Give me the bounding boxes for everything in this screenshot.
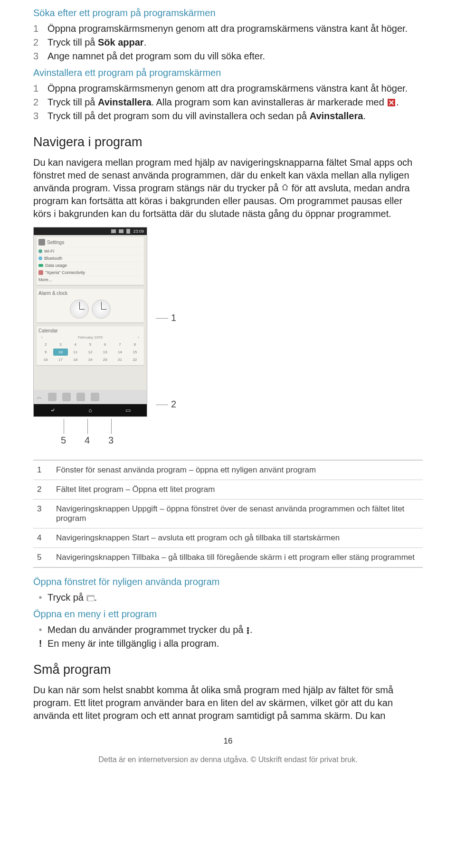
step-item: 2 Tryck till på Avinstallera. Alla progr…	[33, 96, 423, 109]
bold-text: Avinstallera	[310, 111, 363, 121]
step-item: 1 Öppna programskärmsmenyn genom att dra…	[33, 82, 423, 95]
step-text: Öppna programskärmsmenyn genom att dra p…	[48, 82, 423, 95]
step-number: 3	[33, 110, 48, 123]
step-text: Tryck till på Avinstallera. Alla program…	[48, 96, 423, 109]
mini-app-icon	[76, 393, 85, 401]
list-item: "Xperia" Connectivity	[38, 269, 142, 276]
analog-clock-icon	[70, 300, 89, 319]
recent-nav-icon: ▭	[124, 407, 131, 414]
mini-app-icon	[91, 393, 99, 401]
uninstall-x-icon	[388, 99, 395, 106]
status-time: 23:09	[133, 229, 144, 234]
table-row: 3Navigeringsknappen Uppgift – öppna föns…	[33, 500, 423, 528]
list-item: ! En meny är inte tillgänglig i alla pro…	[33, 637, 423, 650]
calendar-month: February 1970	[78, 335, 103, 340]
page-number: 16	[33, 736, 423, 746]
heading-small-apps: Små program	[33, 662, 423, 677]
xperia-dot-icon	[38, 270, 43, 275]
step-number: 1	[33, 82, 48, 95]
back-nav-icon: ⤶	[49, 407, 56, 414]
tools-icon	[38, 239, 45, 245]
list-item: • Medan du använder programmet trycker d…	[33, 623, 423, 636]
mini-app-icon	[62, 393, 71, 401]
wifi-dot-icon	[38, 249, 42, 253]
wifi-icon	[119, 229, 124, 233]
bullet-list: • Tryck på .	[33, 591, 423, 604]
section-title-open-menu: Öppna en meny i ett program	[33, 609, 423, 620]
list-item: Wi-Fi	[38, 247, 142, 255]
heading-navigate: Navigera i program	[33, 135, 423, 150]
step-number: 3	[33, 50, 48, 63]
phone-frame: 23:09 Settings Wi-Fi Bluetooth Data usag…	[33, 227, 147, 417]
bold-text: Avinstallera	[98, 97, 152, 107]
status-bar: 23:09	[34, 227, 147, 235]
list-item: Data usage	[38, 262, 142, 269]
list-item: More…	[38, 276, 142, 283]
bullet-icon: •	[33, 591, 48, 604]
footer-text: Detta är en internetversion av denna utg…	[33, 755, 423, 764]
step-text: Tryck till på det program som du vill av…	[48, 110, 423, 123]
step-number: 1	[33, 22, 48, 35]
list-item: • Tryck på .	[33, 591, 423, 604]
widget-title: Alarm & clock	[38, 291, 67, 296]
document-page: Söka efter ett program på programskärmen…	[0, 0, 456, 783]
home-nav-icon: ⌂	[87, 407, 94, 414]
recent-apps-icon	[87, 596, 95, 601]
calendar-widget: Calendar ‹February 1970› 2345678 9101112…	[37, 326, 144, 365]
bold-text: Sök appar	[98, 37, 144, 47]
table-row: 4Navigeringsknappen Start – avsluta ett …	[33, 528, 423, 548]
bullet-list: • Medan du använder programmet trycker d…	[33, 623, 423, 650]
table-row: 1Fönster för senast använda program – öp…	[33, 460, 423, 480]
phone-screenshot: 23:09 Settings Wi-Fi Bluetooth Data usag…	[33, 227, 228, 450]
callout-label: 1	[156, 312, 176, 323]
settings-widget: Settings Wi-Fi Bluetooth Data usage "Xpe…	[37, 237, 144, 285]
step-item: 3 Ange namnet på det program som du vill…	[33, 50, 423, 63]
home-icon	[281, 181, 289, 194]
analog-clock-icon	[92, 300, 111, 319]
bt-dot-icon	[38, 256, 42, 260]
overflow-menu-icon	[247, 627, 249, 634]
alert-icon: !	[33, 637, 48, 650]
widget-title: Settings	[47, 240, 64, 245]
bullet-icon: •	[33, 623, 48, 636]
table-row: 2Fältet litet program – Öppna ett litet …	[33, 480, 423, 500]
step-item: 2 Tryck till på Sök appar.	[33, 36, 423, 49]
list-item: Bluetooth	[38, 255, 142, 262]
step-number: 2	[33, 36, 48, 49]
step-item: 3 Tryck till på det program som du vill …	[33, 110, 423, 123]
battery-icon	[126, 229, 130, 234]
legend-table: 1Fönster för senast använda program – öp…	[33, 460, 423, 568]
nav-bar: ⤶ ⌂ ▭	[34, 404, 147, 416]
steps-search: 1 Öppna programskärmsmenyn genom att dra…	[33, 22, 423, 63]
widget-title: Calendar	[38, 328, 58, 333]
callout-label: 5	[61, 435, 66, 446]
table-row: 5Navigeringsknappen Tillbaka – gå tillba…	[33, 548, 423, 568]
callout-label: 2	[156, 399, 176, 410]
paragraph-small-apps: Du kan när som helst snabbt komma åt oli…	[33, 684, 423, 722]
step-text: Öppna programskärmsmenyn genom att dra p…	[48, 22, 423, 35]
section-title-open-recent: Öppna fönstret för nyligen använda progr…	[33, 576, 423, 587]
small-apps-bar: ︿	[34, 390, 147, 404]
step-item: 1 Öppna programskärmsmenyn genom att dra…	[33, 22, 423, 35]
callout-label: 4	[85, 435, 90, 446]
step-text: Ange namnet på det program som du vill s…	[48, 50, 423, 63]
step-number: 2	[33, 96, 48, 109]
data-dot-icon	[38, 264, 43, 267]
mini-app-icon	[48, 393, 57, 401]
signal-icon	[111, 229, 116, 233]
calendar-grid: 2345678 9101112131415 16171819202122	[38, 341, 142, 363]
chevron-up-icon: ︿	[37, 393, 42, 401]
clock-widget: Alarm & clock	[37, 289, 144, 322]
steps-uninstall: 1 Öppna programskärmsmenyn genom att dra…	[33, 82, 423, 123]
section-title-search: Söka efter ett program på programskärmen	[33, 8, 423, 19]
callout-label: 3	[108, 435, 114, 446]
section-title-uninstall: Avinstallera ett program på programskärm…	[33, 67, 423, 78]
step-text: Tryck till på Sök appar.	[48, 36, 423, 49]
paragraph-navigate: Du kan navigera mellan program med hjälp…	[33, 156, 423, 220]
